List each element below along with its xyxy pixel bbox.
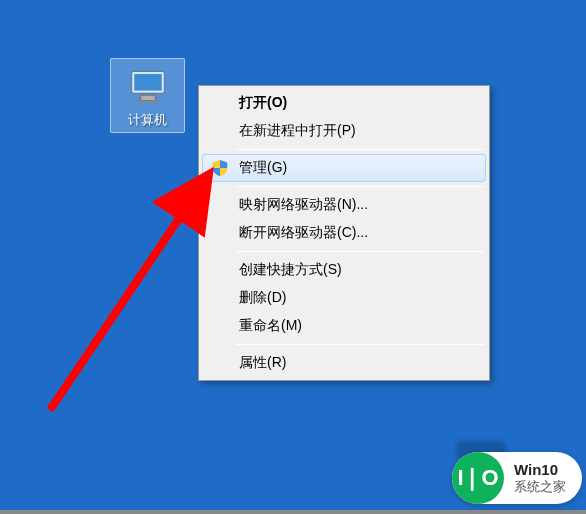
svg-rect-3 xyxy=(137,100,159,102)
desktop-icon-label: 计算机 xyxy=(128,111,167,129)
shield-icon xyxy=(209,157,231,179)
menu-item-create-shortcut[interactable]: 创建快捷方式(S) xyxy=(202,256,486,284)
menu-item-delete[interactable]: 删除(D) xyxy=(202,284,486,312)
watermark-title: Win10 xyxy=(514,461,566,478)
svg-rect-2 xyxy=(140,95,155,101)
menu-item-label: 断开网络驱动器(C)... xyxy=(239,224,368,242)
menu-item-open-new-process[interactable]: 在新进程中打开(P) xyxy=(202,117,486,145)
menu-item-manage[interactable]: 管理(G) xyxy=(202,154,486,182)
menu-separator xyxy=(236,149,484,150)
menu-item-disconnect-network-drive[interactable]: 断开网络驱动器(C)... xyxy=(202,219,486,247)
menu-item-label: 在新进程中打开(P) xyxy=(239,122,356,140)
menu-item-map-network-drive[interactable]: 映射网络驱动器(N)... xyxy=(202,191,486,219)
menu-item-open[interactable]: 打开(O) xyxy=(202,89,486,117)
desktop-icon-computer[interactable]: 计算机 xyxy=(110,58,185,133)
menu-item-label: 管理(G) xyxy=(239,159,287,177)
watermark-logo: I❘O xyxy=(452,452,504,504)
menu-item-label: 删除(D) xyxy=(239,289,286,307)
menu-separator xyxy=(236,186,484,187)
context-menu: 打开(O) 在新进程中打开(P) 管理(G) 映射网络驱动器(N)... 断开网… xyxy=(198,85,490,381)
menu-item-label: 映射网络驱动器(N)... xyxy=(239,196,368,214)
menu-item-label: 打开(O) xyxy=(239,94,287,112)
menu-item-label: 属性(R) xyxy=(239,354,286,372)
watermark: I❘O Win10 系统之家 xyxy=(452,452,582,504)
watermark-subtitle: 系统之家 xyxy=(514,478,566,496)
menu-separator xyxy=(236,344,484,345)
svg-line-5 xyxy=(50,180,205,410)
watermark-logo-text: I❘O xyxy=(457,465,498,491)
menu-item-properties[interactable]: 属性(R) xyxy=(202,349,486,377)
menu-item-label: 重命名(M) xyxy=(239,317,302,335)
bottom-edge xyxy=(0,510,586,514)
menu-item-label: 创建快捷方式(S) xyxy=(239,261,342,279)
computer-icon xyxy=(124,62,172,109)
menu-item-rename[interactable]: 重命名(M) xyxy=(202,312,486,340)
svg-rect-1 xyxy=(134,74,162,91)
menu-separator xyxy=(236,251,484,252)
